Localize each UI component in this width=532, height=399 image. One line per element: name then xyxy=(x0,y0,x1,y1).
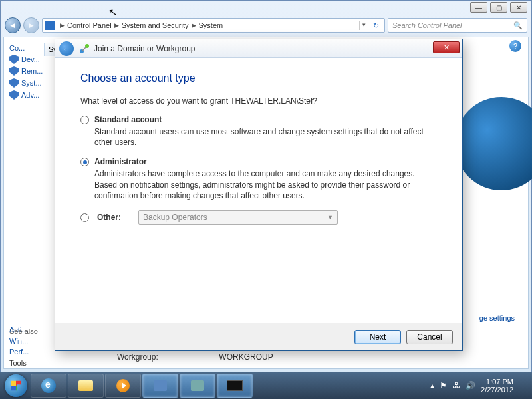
dialog-back-button[interactable]: ← xyxy=(59,41,74,56)
option-desc-administrator: Administrators have complete access to t… xyxy=(94,168,437,201)
tray-network-icon[interactable]: 🖧 xyxy=(452,381,460,390)
app-icon xyxy=(191,380,204,391)
taskbar-ie[interactable] xyxy=(31,374,66,398)
svg-line-2 xyxy=(82,47,86,51)
taskbar-clock[interactable]: 1:07 PM 2/27/2012 xyxy=(481,378,513,394)
chevron-down-icon: ▼ xyxy=(327,214,333,221)
breadcrumb-item[interactable]: Control Panel xyxy=(67,21,112,29)
taskbar-app1[interactable] xyxy=(142,374,178,398)
close-button[interactable]: ✕ xyxy=(510,2,527,13)
media-player-icon xyxy=(116,379,130,392)
see-also-link[interactable]: Tools xyxy=(9,358,29,369)
workgroup-label: Workgroup: xyxy=(117,352,217,362)
taskbar: ▴ ⚑ 🖧 🔊 1:07 PM 2/27/2012 xyxy=(0,372,532,399)
shield-icon xyxy=(9,66,19,76)
search-icon: 🔍 xyxy=(513,21,523,30)
other-role-combobox[interactable]: Backup Operators ▼ xyxy=(138,210,338,225)
shield-icon xyxy=(9,78,19,88)
see-also-link[interactable]: Win... xyxy=(9,336,29,347)
windows-logo-decoration xyxy=(455,97,532,190)
dialog-close-button[interactable]: ✕ xyxy=(433,41,460,53)
combobox-value: Backup Operators xyxy=(143,213,207,222)
dialog-title: Join a Domain or Workgroup xyxy=(94,44,196,53)
join-domain-dialog: ← Join a Domain or Workgroup ✕ Choose an… xyxy=(55,39,463,351)
dialog-titlebar[interactable]: ← Join a Domain or Workgroup ✕ xyxy=(55,39,462,58)
nav-forward-button[interactable]: ► xyxy=(23,17,39,33)
breadcrumb-dropdown-icon[interactable]: ▾ xyxy=(359,21,368,30)
taskbar-app2[interactable] xyxy=(180,374,215,398)
next-button[interactable]: Next xyxy=(354,330,401,344)
dialog-question: What level of access do you want to gran… xyxy=(80,96,437,106)
ie-icon xyxy=(41,378,56,393)
breadcrumb-item[interactable]: System xyxy=(199,21,223,29)
shield-icon xyxy=(9,55,19,64)
option-label-standard[interactable]: Standard account xyxy=(94,115,162,124)
refresh-icon[interactable]: ↻ xyxy=(370,21,382,30)
show-desktop-button[interactable] xyxy=(519,374,525,398)
radio-other[interactable] xyxy=(80,213,89,222)
breadcrumb-item[interactable]: System and Security xyxy=(122,21,189,29)
workgroup-value: WORKGROUP xyxy=(219,352,273,362)
taskbar-cmd[interactable] xyxy=(217,374,253,398)
folder-icon xyxy=(78,380,93,391)
cmd-icon xyxy=(227,380,243,391)
maximize-button[interactable]: ▢ xyxy=(490,2,507,13)
network-icon xyxy=(79,43,90,54)
cancel-button[interactable]: Cancel xyxy=(406,330,453,344)
option-label-administrator[interactable]: Administrator xyxy=(94,157,147,166)
tray-volume-icon[interactable]: 🔊 xyxy=(466,381,475,390)
clock-date: 2/27/2012 xyxy=(481,386,513,394)
see-also-link[interactable]: Acti... xyxy=(9,325,29,336)
system-tray: ▴ ⚑ 🖧 🔊 1:07 PM 2/27/2012 xyxy=(430,374,529,398)
clock-time: 1:07 PM xyxy=(481,378,513,386)
tray-show-hidden-icon[interactable]: ▴ xyxy=(430,381,434,390)
dialog-heading: Choose an account type xyxy=(80,72,437,84)
search-input[interactable]: Search Control Panel 🔍 xyxy=(388,18,527,33)
taskbar-explorer[interactable] xyxy=(68,374,104,398)
app-icon xyxy=(154,380,167,391)
shield-icon xyxy=(9,90,19,100)
tray-flag-icon[interactable]: ⚑ xyxy=(440,381,447,390)
start-button[interactable] xyxy=(3,374,29,398)
taskbar-media-player[interactable] xyxy=(105,374,141,398)
change-settings-link[interactable]: ge settings xyxy=(479,314,515,322)
help-icon[interactable]: ? xyxy=(509,40,521,52)
workgroup-row: Workgroup: WORKGROUP xyxy=(117,352,521,362)
radio-standard[interactable] xyxy=(80,116,89,124)
option-desc-standard: Standard account users can use most soft… xyxy=(94,126,437,148)
see-also-link[interactable]: Perf... xyxy=(9,346,29,358)
breadcrumb[interactable]: ▶ Control Panel ▶ System and Security ▶ … xyxy=(42,18,385,33)
search-placeholder: Search Control Panel xyxy=(392,21,462,29)
option-label-other[interactable]: Other: xyxy=(97,213,130,222)
minimize-button[interactable]: — xyxy=(470,2,487,13)
control-panel-icon xyxy=(45,21,55,30)
radio-administrator[interactable] xyxy=(80,158,89,166)
nav-back-button[interactable]: ◄ xyxy=(5,17,21,33)
